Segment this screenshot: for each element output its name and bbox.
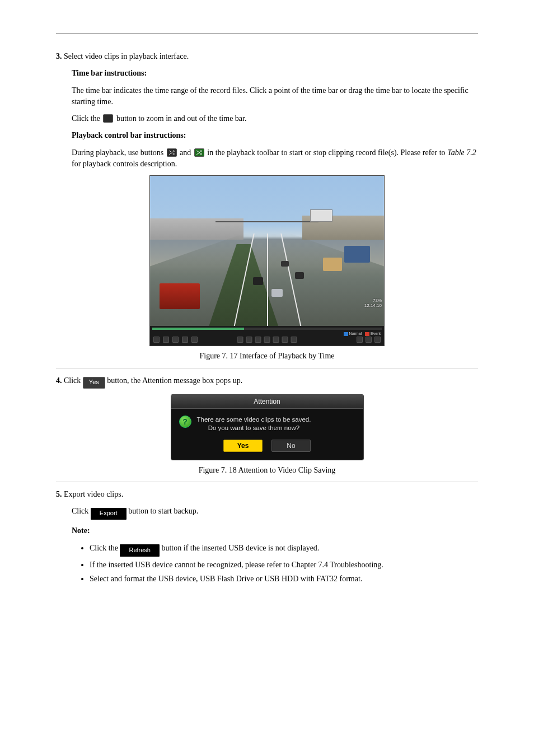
note-label: Note: <box>72 525 478 536</box>
step-5-number: 5. <box>56 490 62 498</box>
clip-icon[interactable] <box>163 337 169 343</box>
vehicle-truck <box>344 246 370 263</box>
playback-progress-overlay: 73% 12:14:10 <box>364 298 382 309</box>
zoom-icon[interactable] <box>191 337 198 343</box>
attention-no-button[interactable]: No <box>271 440 311 452</box>
rev-icon[interactable] <box>264 337 270 343</box>
note-item-1: Click the Refresh button if the inserted… <box>90 542 478 557</box>
vehicle-car <box>295 272 304 279</box>
exit-icon[interactable] <box>366 337 372 343</box>
step-5-line: 5. Export video clips. <box>56 489 478 500</box>
notes-list: Click the Refresh button if the inserted… <box>90 542 478 585</box>
play-icon[interactable] <box>246 337 252 343</box>
bg-billboard <box>310 209 332 222</box>
figure-7-17: 73% 12:14:10 Normal Event <box>56 175 478 346</box>
vehicle-car <box>281 261 289 267</box>
step-5-text: Export video clips. <box>64 490 123 498</box>
step-4-tail: button, the Attention message box pops u… <box>107 376 242 385</box>
question-icon: ? <box>179 416 191 428</box>
clip-start-icon <box>167 148 177 157</box>
prev-icon[interactable] <box>237 337 243 343</box>
attention-yes-button[interactable]: Yes <box>223 440 263 452</box>
playback-toolbar: Normal Event <box>150 326 384 346</box>
speed-icon[interactable] <box>291 337 297 343</box>
playback-screenshot: 73% 12:14:10 Normal Event <box>149 175 385 346</box>
step-4-number: 4. <box>56 376 62 385</box>
playback-bar-desc: During playback, use buttons and in the … <box>72 147 478 170</box>
attention-dialog: Attention ? There are some video clips t… <box>171 394 364 460</box>
step-4-click: Click <box>64 376 81 385</box>
figure-7-18: Attention ? There are some video clips t… <box>56 394 478 460</box>
step-3-text: Select video clips in playback interface… <box>64 52 189 60</box>
note-item-2: If the inserted USB device cannot be rec… <box>90 559 478 571</box>
step-4-line: 4. Click Yes button, the Attention messa… <box>56 375 478 389</box>
video-frame: 73% 12:14:10 <box>150 176 384 327</box>
note-item-3: Select and format the USB device, USB Fl… <box>90 573 478 585</box>
mute-icon[interactable] <box>153 337 160 343</box>
stop-icon[interactable] <box>255 337 261 343</box>
vehicle-truck <box>323 258 342 271</box>
playback-progress-bar[interactable] <box>152 328 382 330</box>
lane-marking <box>267 234 268 327</box>
vehicle-car <box>253 277 263 285</box>
fwd-icon[interactable] <box>273 337 279 343</box>
tag-icon[interactable] <box>172 337 179 343</box>
toolbar-right-buttons <box>357 337 381 343</box>
zoom-icon-placeholder <box>103 114 113 123</box>
separator <box>56 368 478 368</box>
toolbar-center-buttons <box>237 337 297 343</box>
export-line: Click Export button to start backup. <box>72 506 478 520</box>
time-bar-heading: Time bar instructions: <box>72 68 478 79</box>
expand-icon[interactable] <box>374 337 381 343</box>
playback-bar-heading: Playback control bar instructions: <box>72 130 478 141</box>
separator <box>56 482 478 482</box>
vehicle-bus <box>160 283 200 309</box>
attention-title: Attention <box>171 395 363 409</box>
header-rule <box>56 34 478 34</box>
step-3-line: 3. Select video clips in playback interf… <box>56 51 478 62</box>
table-7-2-ref: Table 7.2 <box>447 148 476 157</box>
yes-button-inline[interactable]: Yes <box>83 377 105 389</box>
clip-stop-icon <box>194 148 204 157</box>
time-bar-desc-1: The time bar indicates the time range of… <box>72 85 478 108</box>
export-button[interactable]: Export <box>91 508 127 520</box>
next-icon[interactable] <box>282 337 288 343</box>
bg-gantry <box>216 221 318 222</box>
hide-icon[interactable] <box>357 337 363 343</box>
toolbar-left-buttons <box>153 337 198 343</box>
playback-progress-fill <box>152 328 244 330</box>
attention-message: There are some video clips to be saved. … <box>197 416 311 433</box>
legend: Normal Event <box>344 332 381 336</box>
caption-7-17: Figure 7. 17 Interface of Playback by Ti… <box>56 351 478 362</box>
step-3-number: 3. <box>56 52 62 60</box>
caption-7-18: Figure 7. 18 Attention to Video Clip Sav… <box>56 465 478 476</box>
refresh-button[interactable]: Refresh <box>120 544 160 557</box>
vehicle-car <box>271 289 283 297</box>
time-bar-desc-2: Click the button to zoom in and out of t… <box>72 113 478 124</box>
capture-icon[interactable] <box>182 337 188 343</box>
